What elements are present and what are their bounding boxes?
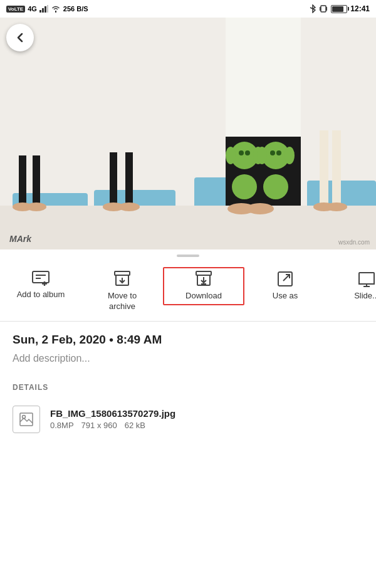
time-text: 8:49 AM [117,333,162,346]
photo-image: MArk wsxdn.com [0,18,376,249]
svg-point-26 [232,174,257,199]
battery-icon [331,5,347,13]
download-icon [196,271,212,287]
wifi-icon [51,5,61,13]
svg-point-37 [246,203,274,214]
svg-point-17 [26,202,46,211]
svg-rect-38 [320,130,328,206]
photo-description[interactable]: Add description... [13,353,363,364]
signal-4g: 4G [28,5,37,13]
slideshow-icon [358,271,375,287]
drag-handle [177,255,199,257]
status-right: 12:41 [310,4,370,13]
file-size: 62 kB [125,421,145,430]
svg-point-21 [118,202,140,211]
use-as-icon [277,271,293,287]
svg-point-31 [276,150,281,155]
file-meta: 0.8MP 791 x 960 62 kB [50,421,363,430]
svg-point-32 [226,147,236,164]
bluetooth-icon [310,4,316,13]
download-action[interactable]: Download [163,267,244,305]
svg-rect-1 [42,8,44,13]
svg-rect-0 [39,10,41,13]
svg-rect-14 [19,155,26,206]
move-to-archive-label: Move toarchive [108,291,137,312]
svg-rect-43 [33,271,49,283]
svg-point-34 [257,147,267,164]
svg-rect-6 [326,7,328,11]
svg-text:MArk: MArk [9,234,32,244]
file-detail-row: FB_IMG_1580613570279.jpg 0.8MP 791 x 960… [0,401,376,438]
slideshow-label: Slide... [354,291,376,302]
status-left: VoLTE 4G 256 B/S [6,5,88,13]
svg-rect-2 [44,6,46,13]
svg-point-28 [239,150,244,155]
move-to-archive-action[interactable]: Move toarchive [81,267,163,316]
cartoon-scene: MArk [0,18,376,249]
file-thumbnail-icon [13,406,40,433]
svg-line-56 [283,275,290,281]
file-dimensions: 791 x 960 [81,421,117,430]
use-as-action[interactable]: Use as [244,267,326,305]
svg-point-27 [263,174,288,199]
archive-icon [114,271,130,287]
details-section-label: DETAILS [0,383,376,392]
svg-rect-4 [321,6,326,12]
svg-point-29 [245,150,250,155]
date-text: Sun, 2 Feb, 2020 [13,333,106,346]
use-as-label: Use as [273,291,298,302]
svg-point-30 [270,150,275,155]
time-display: 12:41 [350,4,370,13]
svg-point-35 [285,147,295,164]
svg-rect-15 [33,155,40,206]
file-info: FB_IMG_1580613570279.jpg 0.8MP 791 x 960… [50,408,363,430]
file-resolution: 0.8MP [50,421,74,430]
data-speed: 256 B/S [63,5,88,13]
svg-rect-5 [320,7,321,11]
date-separator: • [109,333,117,346]
add-to-album-action[interactable]: Add to album [0,267,81,304]
info-section: Sun, 2 Feb, 2020 • 8:49 AM Add descripti… [0,322,376,383]
battery-fill [332,6,343,12]
svg-rect-18 [110,152,117,206]
photo-date: Sun, 2 Feb, 2020 • 8:49 AM [13,333,363,347]
svg-rect-3 [47,5,48,13]
vibrate-icon [319,4,328,13]
svg-rect-39 [332,130,341,206]
slideshow-action[interactable]: Slide... [326,267,376,305]
action-bar: Add to album Move toarchive Download [0,260,376,322]
svg-point-41 [326,202,347,211]
add-to-album-icon [32,271,50,286]
svg-rect-22 [226,18,301,143]
volte-badge: VoLTE [6,6,25,13]
file-name: FB_IMG_1580613570279.jpg [50,408,363,419]
add-to-album-label: Add to album [17,290,65,300]
back-arrow-icon [14,31,26,44]
svg-rect-57 [359,273,374,284]
svg-rect-13 [0,206,376,249]
svg-rect-19 [125,152,133,206]
back-button[interactable] [6,24,34,51]
status-bar: VoLTE 4G 256 B/S 12:41 [0,0,376,18]
watermark: wsxdn.com [338,239,370,246]
signal-bars-icon [39,5,48,13]
download-label: Download [185,291,222,302]
